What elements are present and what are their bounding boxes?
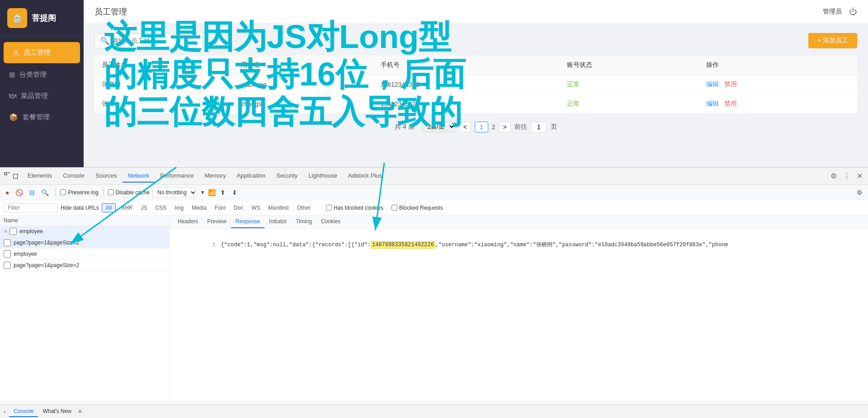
tab-elements[interactable]: Elements bbox=[22, 169, 57, 183]
disable-cache-checkbox[interactable] bbox=[108, 189, 114, 195]
power-button[interactable]: ⏻ bbox=[849, 7, 857, 17]
detail-tab-cookies[interactable]: Cookies bbox=[316, 216, 345, 228]
bottom-tab-whatsnew[interactable]: What's New bbox=[38, 406, 76, 417]
list-item[interactable]: ✕ employee bbox=[0, 226, 169, 237]
filter-media[interactable]: Media bbox=[189, 204, 209, 212]
disable-cache-label[interactable]: Disable cache bbox=[108, 189, 150, 196]
detail-tab-timing[interactable]: Timing bbox=[291, 216, 316, 228]
record-icon[interactable]: ● bbox=[4, 188, 11, 197]
list-item[interactable]: page?page=1&pageSize=2 bbox=[0, 260, 169, 271]
detail-tab-initiator[interactable]: Initiator bbox=[264, 216, 291, 228]
filter-ws[interactable]: WS bbox=[249, 204, 263, 212]
prev-page-btn[interactable]: < bbox=[459, 122, 471, 132]
item-checkbox-2[interactable] bbox=[4, 239, 11, 246]
has-blocked-checkbox[interactable] bbox=[326, 205, 332, 211]
filter-img[interactable]: Img bbox=[172, 204, 186, 212]
filter-font[interactable]: Font bbox=[212, 204, 228, 212]
tab-network[interactable]: Network bbox=[123, 169, 155, 183]
clear-icon[interactable]: 🚫 bbox=[14, 188, 25, 197]
dish-icon: 🍽 bbox=[9, 92, 16, 100]
add-employee-button[interactable]: + 添加员工 bbox=[808, 33, 857, 48]
filter-icon[interactable]: ⊟ bbox=[28, 188, 37, 197]
sidebar-item-category[interactable]: ⊞ 分类管理 bbox=[0, 64, 84, 85]
detail-tab-preview[interactable]: Preview bbox=[203, 216, 231, 228]
detail-tab-response[interactable]: Response bbox=[231, 216, 264, 228]
network-item-name-1: employee bbox=[19, 228, 43, 235]
tab-performance[interactable]: Performance bbox=[155, 169, 199, 183]
disable-btn-2[interactable]: 禁用 bbox=[724, 100, 737, 107]
tab-console[interactable]: Console bbox=[57, 169, 90, 183]
response-content-area: 1{"code":1,"msg":null,"data":{"records":… bbox=[170, 229, 868, 401]
data-table: 员工姓名 用户名 手机号 账号状态 操作 张晓明 xiaoming 138123… bbox=[94, 56, 857, 114]
page-size-select[interactable]: 2条/页 bbox=[422, 121, 456, 132]
edit-btn-2[interactable]: 编辑 bbox=[706, 100, 719, 107]
network-list: Name ✕ employee page?page=1&pageSize=2 e… bbox=[0, 216, 170, 401]
tab-security[interactable]: Security bbox=[271, 169, 303, 183]
filter-manifest[interactable]: Manifest bbox=[266, 204, 292, 212]
preserve-log-label[interactable]: Preserve log bbox=[60, 189, 98, 196]
devtools-panel: ☐ Elements Console Sources Network Perfo… bbox=[0, 167, 868, 418]
tab-sources[interactable]: Sources bbox=[90, 169, 123, 183]
throttle-select[interactable]: No throttling bbox=[152, 188, 197, 197]
bottom-tab-console[interactable]: Console bbox=[9, 406, 38, 417]
settings-network-icon[interactable]: ⚙ bbox=[855, 188, 864, 197]
filter-other[interactable]: Other bbox=[294, 204, 313, 212]
item-checkbox-1[interactable] bbox=[9, 228, 17, 235]
response-suffix: ,"username":"xiaoming","name":"张晓明","pas… bbox=[435, 242, 728, 248]
upload-icon[interactable]: ⬆ bbox=[218, 188, 227, 197]
page-2[interactable]: 2 bbox=[492, 123, 495, 131]
tab-memory[interactable]: Memory bbox=[199, 169, 231, 183]
filter-xhr[interactable]: XHR bbox=[118, 204, 135, 212]
preserve-log-checkbox[interactable] bbox=[60, 189, 66, 195]
cell-action-1: 编辑 禁用 bbox=[699, 75, 857, 94]
page-unit: 页 bbox=[551, 123, 557, 131]
edit-btn-1[interactable]: 编辑 bbox=[706, 80, 719, 88]
inspect-icon[interactable]: ☐ bbox=[13, 173, 19, 180]
employee-icon: ⚠ bbox=[13, 48, 19, 57]
filter-all-btn[interactable]: All bbox=[102, 203, 116, 212]
filter-input[interactable] bbox=[4, 203, 58, 212]
filter-css[interactable]: CSS bbox=[152, 204, 169, 212]
filter-doc[interactable]: Doc bbox=[231, 204, 246, 212]
search-box[interactable]: 🔍 bbox=[94, 33, 203, 48]
cell-name-2: 张三 bbox=[94, 94, 234, 114]
cell-status-2: 正常 bbox=[560, 94, 699, 114]
has-blocked-label[interactable]: Has blocked cookies bbox=[326, 205, 383, 211]
blocked-requests-checkbox[interactable] bbox=[392, 205, 397, 211]
goto-input[interactable] bbox=[531, 122, 547, 132]
filter-js[interactable]: JS bbox=[138, 204, 150, 212]
download-icon[interactable]: ⬇ bbox=[230, 188, 239, 197]
list-item[interactable]: page?page=1&pageSize=2 bbox=[0, 237, 169, 249]
item-checkbox-3[interactable] bbox=[4, 250, 11, 258]
next-page-btn[interactable]: > bbox=[499, 122, 511, 132]
line-number: 1 bbox=[212, 242, 215, 248]
col-header-action: 操作 bbox=[699, 56, 857, 75]
sidebar-item-dish[interactable]: 🍽 菜品管理 bbox=[0, 85, 84, 107]
admin-label: 管理员 bbox=[823, 8, 842, 16]
search-network-icon[interactable]: 🔍 bbox=[39, 188, 51, 197]
settings-icon[interactable]: ⚙ bbox=[829, 171, 839, 181]
detail-tab-bar: Headers Preview Response Initiator Timin… bbox=[170, 216, 868, 229]
tab-lighthouse[interactable]: Lighthouse bbox=[303, 169, 343, 183]
search-input[interactable] bbox=[112, 37, 197, 44]
blocked-requests-label[interactable]: Blocked Requests bbox=[392, 205, 443, 211]
tab-application[interactable]: Application bbox=[231, 169, 271, 183]
network-detail: Headers Preview Response Initiator Timin… bbox=[170, 216, 868, 401]
tab-adblock[interactable]: Adblock Plus bbox=[343, 169, 387, 183]
chevron-icon: › bbox=[4, 408, 5, 415]
more-icon[interactable]: ⋮ bbox=[841, 171, 852, 181]
item-checkbox-4[interactable] bbox=[4, 262, 11, 269]
close-whats-new-icon[interactable]: ✕ bbox=[78, 409, 82, 415]
close-devtools-icon[interactable]: ✕ bbox=[855, 171, 864, 181]
network-item-name-3: employee bbox=[14, 251, 37, 257]
cell-status-1: 正常 bbox=[560, 75, 699, 94]
close-x-icon[interactable]: ✕ bbox=[4, 229, 8, 235]
list-item[interactable]: employee bbox=[0, 249, 169, 260]
devtools-tab-bar: ☐ Elements Console Sources Network Perfo… bbox=[0, 168, 868, 185]
detail-tab-headers[interactable]: Headers bbox=[173, 216, 203, 228]
sidebar-item-label-dish: 菜品管理 bbox=[21, 92, 48, 100]
disable-btn-1[interactable]: 禁用 bbox=[724, 80, 737, 88]
current-page: 1 bbox=[475, 122, 488, 132]
sidebar-item-package[interactable]: 📦 套餐管理 bbox=[0, 107, 84, 128]
sidebar-item-employee[interactable]: ⚠ 员工管理 bbox=[4, 42, 80, 63]
